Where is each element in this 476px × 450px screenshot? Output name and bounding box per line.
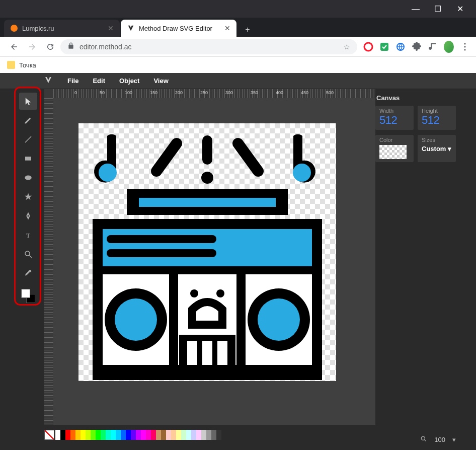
zoom-tool[interactable] [19, 246, 37, 263]
new-tab-button[interactable]: + [241, 23, 255, 37]
canvas-area[interactable] [53, 98, 375, 425]
select-tool[interactable] [19, 93, 37, 110]
canvas[interactable] [78, 123, 336, 381]
kebab-menu-icon[interactable] [460, 42, 470, 52]
svg-rect-16 [107, 235, 216, 243]
palette-swatch[interactable] [75, 430, 81, 440]
palette-swatch[interactable] [86, 430, 91, 440]
palette-swatch[interactable] [111, 430, 116, 440]
svg-artwork[interactable] [78, 123, 336, 381]
url-field[interactable]: editor.method.ac ☆ [60, 39, 357, 54]
profile-avatar[interactable] [444, 42, 454, 52]
palette-swatch[interactable] [136, 430, 141, 440]
width-label: Width [379, 108, 410, 114]
width-value: 512 [379, 114, 410, 127]
zoom-icon[interactable] [420, 435, 427, 444]
ellipse-tool[interactable] [19, 169, 37, 186]
palette-swatch[interactable] [116, 430, 121, 440]
svg-point-38 [25, 251, 30, 256]
palette-swatch[interactable] [166, 430, 171, 440]
palette-swatch[interactable] [161, 430, 166, 440]
menu-view[interactable]: View [146, 73, 175, 89]
forward-button[interactable] [24, 39, 40, 55]
pencil-tool[interactable] [19, 112, 37, 129]
palette-swatch[interactable] [60, 430, 65, 440]
app-menubar: File Edit Object View [0, 73, 476, 89]
extensions-icon[interactable] [412, 42, 422, 52]
svg-point-11 [201, 172, 213, 184]
palette-swatch[interactable] [181, 430, 186, 440]
star-tool[interactable] [19, 188, 37, 205]
palette-swatch[interactable] [186, 430, 191, 440]
palette-swatch[interactable] [70, 430, 75, 440]
text-tool[interactable]: T [19, 227, 37, 244]
no-color-swatch[interactable] [44, 430, 54, 440]
globe-ext-icon[interactable] [395, 42, 406, 52]
height-field[interactable]: Height 512 [418, 106, 456, 130]
palette-swatch[interactable] [156, 430, 161, 440]
bookmark-item[interactable]: Точка [19, 61, 36, 69]
palette-swatch[interactable] [126, 430, 131, 440]
palette-swatch[interactable] [96, 430, 101, 440]
bookmark-star-icon[interactable]: ☆ [344, 43, 350, 51]
palette-swatch[interactable] [121, 430, 126, 440]
svg-point-0 [364, 43, 372, 51]
maximize-button[interactable]: ☐ [427, 0, 449, 18]
menu-edit[interactable]: Edit [86, 73, 112, 89]
palette-swatch[interactable] [191, 430, 196, 440]
tools-panel: T [18, 90, 38, 306]
adblock-ext-icon[interactable] [379, 42, 389, 52]
canvas-sizes-field[interactable]: Sizes Custom ▾ [418, 135, 456, 162]
svg-point-22 [115, 298, 157, 341]
zoom-value[interactable]: 100 [434, 436, 445, 443]
palette-swatch[interactable] [211, 430, 216, 440]
palette-swatch[interactable] [171, 430, 176, 440]
opera-ext-icon[interactable] [363, 42, 373, 52]
fill-stroke-swatches[interactable] [21, 289, 35, 303]
palette-swatch[interactable] [106, 430, 111, 440]
tab-title: Lumpics.ru [22, 25, 54, 32]
music-ext-icon[interactable] [428, 42, 438, 52]
svg-rect-1 [380, 43, 388, 51]
palette-swatch[interactable] [81, 430, 86, 440]
lumpics-favicon [10, 24, 18, 32]
lock-icon [67, 42, 74, 51]
palette-swatch[interactable] [91, 430, 96, 440]
palette-swatch[interactable] [55, 430, 60, 440]
palette-swatch[interactable] [151, 430, 156, 440]
palette-swatch[interactable] [131, 430, 136, 440]
color-palette[interactable] [55, 430, 221, 440]
canvas-color-field[interactable]: Color [375, 135, 414, 162]
palette-swatch[interactable] [216, 430, 221, 440]
palette-swatch[interactable] [176, 430, 181, 440]
color-swatch [379, 145, 407, 159]
menu-file[interactable]: File [60, 73, 86, 89]
svg-rect-30 [217, 341, 227, 365]
panel-title: Canvas [375, 94, 456, 102]
palette-swatch[interactable] [201, 430, 206, 440]
rect-tool[interactable] [19, 150, 37, 167]
close-tab-icon[interactable]: ✕ [108, 24, 114, 32]
palette-swatch[interactable] [196, 430, 201, 440]
reload-button[interactable] [42, 39, 58, 55]
eyedropper-tool[interactable] [19, 265, 37, 282]
palette-swatch[interactable] [65, 430, 70, 440]
palette-swatch[interactable] [141, 430, 146, 440]
menu-object[interactable]: Object [112, 73, 146, 89]
palette-swatch[interactable] [206, 430, 211, 440]
window-titlebar: — ☐ ✕ [0, 0, 476, 18]
close-window-button[interactable]: ✕ [449, 0, 471, 18]
minimize-button[interactable]: — [405, 0, 427, 18]
back-button[interactable] [6, 39, 22, 55]
pen-tool[interactable] [19, 207, 37, 224]
browser-tab-lumpics[interactable]: Lumpics.ru ✕ [4, 20, 120, 37]
width-field[interactable]: Width 512 [375, 106, 414, 130]
palette-swatch[interactable] [146, 430, 151, 440]
browser-tab-method[interactable]: Method Draw SVG Editor ✕ [121, 20, 236, 37]
svg-rect-17 [107, 249, 216, 257]
line-tool[interactable] [19, 131, 37, 148]
chevron-down-icon[interactable]: ▾ [452, 436, 456, 443]
close-tab-icon[interactable]: ✕ [224, 24, 230, 32]
palette-swatch[interactable] [101, 430, 106, 440]
foreground-swatch[interactable] [21, 289, 30, 298]
